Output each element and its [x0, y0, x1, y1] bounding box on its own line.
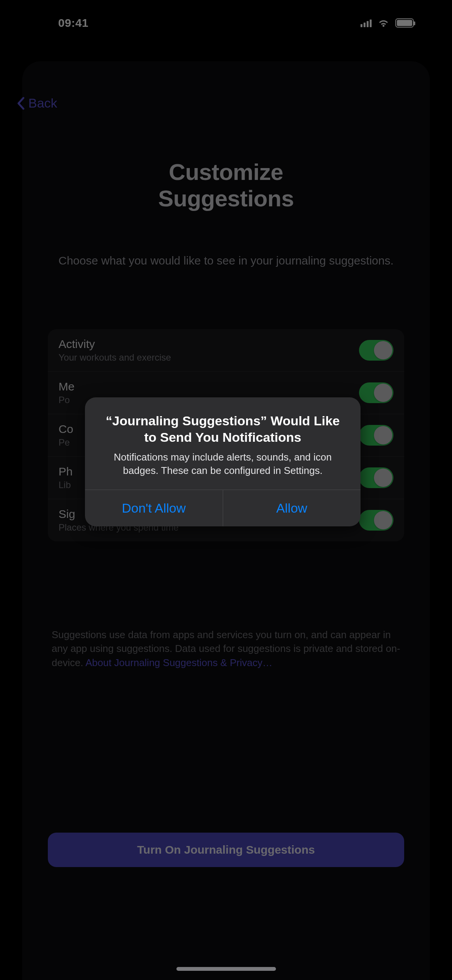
- phone-screen: 09:41 Back Customize Suggestions Choose …: [0, 0, 452, 980]
- notification-permission-alert: “Journaling Suggestions” Would Like to S…: [85, 397, 361, 526]
- home-indicator[interactable]: [176, 967, 276, 971]
- allow-button[interactable]: Allow: [223, 490, 361, 526]
- alert-message: Notifications may include alerts, sounds…: [102, 451, 344, 477]
- dont-allow-button[interactable]: Don't Allow: [85, 490, 223, 526]
- alert-title: “Journaling Suggestions” Would Like to S…: [102, 413, 344, 445]
